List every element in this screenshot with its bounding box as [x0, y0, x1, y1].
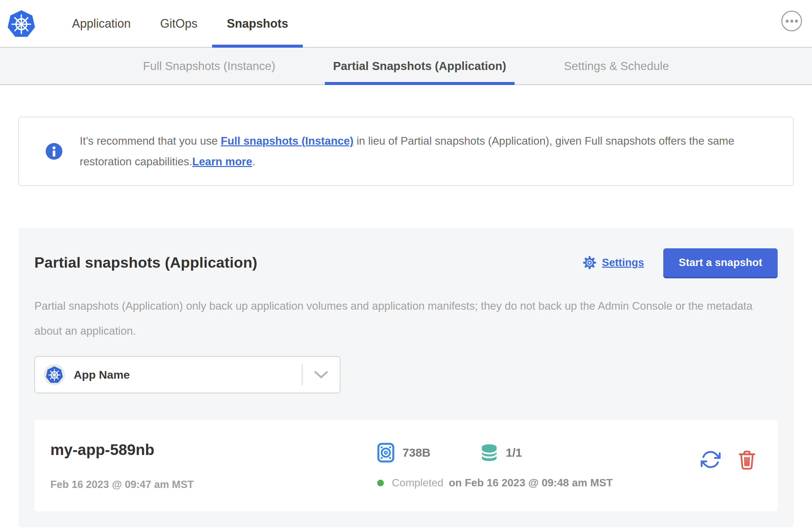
volumes-icon — [480, 443, 498, 462]
info-icon — [46, 143, 62, 160]
snapshot-finished-timestamp: on Feb 16 2023 @ 09:48 am MST — [449, 477, 613, 489]
top-header: Application GitOps Snapshots — [0, 0, 812, 48]
banner-text-before: It’s recommend that you use — [80, 135, 221, 147]
chevron-down-icon[interactable] — [314, 370, 329, 379]
settings-link-label: Settings — [602, 256, 644, 269]
panel-description: Partial snapshots (Application) only bac… — [34, 293, 768, 343]
partial-snapshots-panel: Partial snapshots (Application) Settings… — [18, 228, 794, 527]
tab-partial-snapshots-application[interactable]: Partial Snapshots (Application) — [325, 48, 514, 84]
nav-tab-gitops[interactable]: GitOps — [145, 0, 212, 47]
status-dot-icon — [377, 480, 384, 486]
ellipsis-icon — [786, 20, 789, 23]
select-divider — [302, 364, 303, 385]
snapshot-metrics-row: 738B 1/1 — [377, 443, 613, 463]
banner-text-after: . — [252, 155, 255, 168]
snapshot-size-value: 738B — [403, 446, 431, 459]
app-name-selected-value: App Name — [74, 368, 130, 381]
snapshot-settings-link[interactable]: Settings — [583, 256, 644, 270]
panel-title: Partial snapshots (Application) — [34, 254, 583, 271]
nav-tab-application[interactable]: Application — [57, 0, 145, 47]
snapshots-subtabs: Full Snapshots (Instance) Partial Snapsh… — [0, 48, 812, 85]
snapshot-status: Completed — [392, 477, 444, 489]
banner-text: It’s recommend that you use Full snapsho… — [80, 131, 766, 172]
ellipsis-icon — [795, 20, 798, 23]
snapshot-info: my-app-589nb Feb 16 2023 @ 09:47 am MST — [50, 441, 377, 491]
learn-more-link[interactable]: Learn more — [192, 155, 252, 168]
delete-snapshot-button[interactable] — [738, 450, 756, 470]
snapshot-actions — [700, 449, 756, 470]
trash-icon — [738, 450, 756, 470]
disk-usage-icon — [377, 443, 394, 463]
ellipsis-icon — [790, 20, 793, 23]
tab-full-snapshots-instance[interactable]: Full Snapshots (Instance) — [135, 48, 284, 84]
start-snapshot-button[interactable]: Start a snapshot — [663, 248, 778, 277]
panel-header: Partial snapshots (Application) Settings… — [34, 248, 778, 277]
nav-tab-snapshots[interactable]: Snapshots — [212, 0, 303, 47]
snapshot-row: my-app-589nb Feb 16 2023 @ 09:47 am MST … — [34, 420, 778, 511]
gear-icon — [583, 256, 597, 270]
snapshot-volumes-stat: 1/1 — [480, 443, 522, 462]
snapshot-status-row: Completed on Feb 16 2023 @ 09:48 am MST — [377, 477, 613, 489]
more-menu-button[interactable] — [781, 11, 802, 31]
restore-icon — [700, 449, 721, 470]
full-snapshots-instance-link[interactable]: Full snapshots (Instance) — [221, 135, 353, 147]
app-name-select[interactable]: App Name — [34, 356, 340, 393]
snapshot-stats: 738B 1/1 Completed on Feb 16 2023 @ 09:4… — [377, 441, 613, 491]
restore-snapshot-button[interactable] — [700, 449, 721, 470]
snapshot-size-stat: 738B — [377, 443, 431, 463]
snapshot-name: my-app-589nb — [50, 441, 377, 459]
kubernetes-app-icon — [44, 364, 65, 385]
snapshot-volumes-value: 1/1 — [506, 446, 522, 459]
kubernetes-logo-icon — [8, 9, 35, 38]
primary-nav: Application GitOps Snapshots — [57, 0, 303, 47]
info-banner: It’s recommend that you use Full snapsho… — [18, 117, 794, 186]
tab-settings-schedule[interactable]: Settings & Schedule — [555, 48, 677, 84]
snapshot-started-timestamp: Feb 16 2023 @ 09:47 am MST — [50, 479, 377, 491]
